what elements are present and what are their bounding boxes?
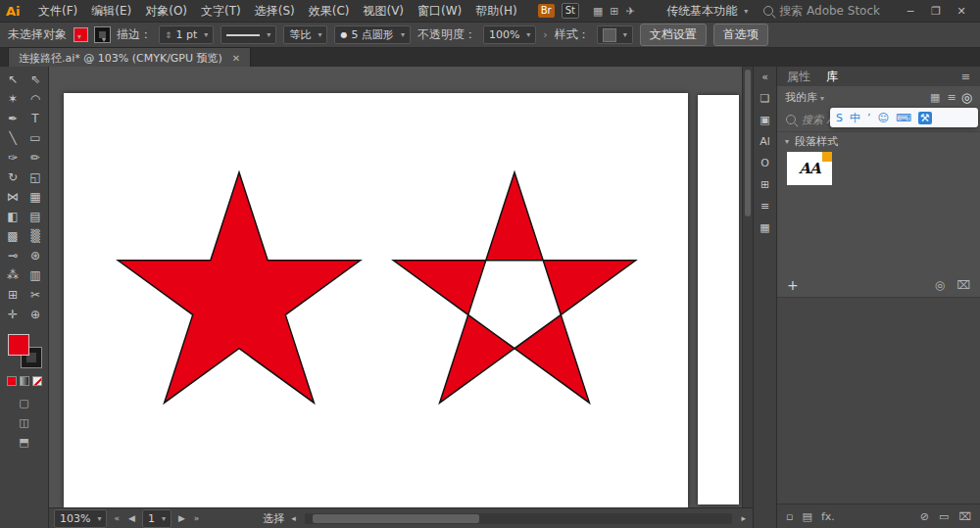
tool-rotate[interactable]: ↻ [2, 168, 24, 187]
tab-properties[interactable]: 属性 [787, 69, 810, 85]
delete-item-icon[interactable]: ⌧ [956, 278, 970, 292]
tool-slice[interactable]: ✂ [24, 285, 47, 305]
artboards-panel-icon[interactable]: ▣ [760, 115, 769, 125]
ime-punctuation-icon[interactable]: ’ [867, 112, 871, 124]
menu-file[interactable]: 文件(F) [31, 3, 84, 20]
workspace-switcher[interactable]: 传统基本功能 [666, 3, 748, 20]
sync-status-icon[interactable]: ◎ [935, 278, 945, 292]
ime-mode-icon[interactable]: 中 [850, 111, 860, 125]
menu-select[interactable]: 选择(S) [248, 3, 302, 20]
fx-icon[interactable]: fx. [821, 510, 835, 523]
ime-keyboard-icon[interactable]: ⌨ [896, 112, 911, 124]
color-button[interactable] [7, 376, 17, 386]
tool-width[interactable]: ⋈ [2, 187, 24, 207]
tool-scale[interactable]: ◱ [24, 168, 47, 187]
panel-menu-icon[interactable]: ≡ [961, 71, 970, 83]
share-icon[interactable]: ✈ [626, 5, 635, 18]
last-artboard-button[interactable]: » [192, 513, 202, 523]
tool-lasso[interactable]: ◠ [24, 89, 47, 109]
menu-edit[interactable]: 编辑(E) [84, 3, 138, 20]
paragraph-style-thumbnail[interactable]: AA [787, 152, 832, 185]
open-star-shape[interactable] [393, 172, 635, 403]
tab-close-icon[interactable]: ✕ [232, 53, 240, 64]
transform-panel-icon[interactable]: ⊞ [760, 179, 769, 190]
variable-width-profile-select[interactable] [220, 25, 276, 44]
new-item-icon[interactable]: ▭ [939, 510, 949, 523]
preferences-button[interactable]: 首选项 [713, 24, 768, 46]
chevron-right-icon[interactable]: › [543, 28, 547, 41]
paragraph-styles-section[interactable]: ▾ 段落样式 [777, 132, 980, 150]
no-style-icon[interactable]: ⊘ [920, 510, 929, 523]
add-element-button[interactable]: + [787, 277, 799, 293]
tool-free-transform[interactable]: ▦ [24, 187, 47, 207]
stroke-color-swatch[interactable] [95, 27, 110, 42]
canvas[interactable] [49, 67, 753, 507]
tool-eyedropper[interactable]: ⊸ [2, 246, 24, 265]
export-panel-icon[interactable]: ❏ [760, 93, 770, 104]
tool-gradient[interactable]: ▒ [24, 226, 47, 246]
tool-perspective-grid[interactable]: ▤ [24, 207, 47, 226]
artboard-2-partial[interactable] [698, 95, 739, 504]
next-artboard-button[interactable]: ▶ [176, 513, 187, 523]
tool-pen[interactable]: ✒ [2, 109, 24, 128]
ime-emoji-icon[interactable]: ☺ [877, 112, 888, 124]
screen-mode-icon[interactable]: ⬒ [19, 436, 28, 449]
ime-toolbox-icon[interactable]: ⚒ [918, 112, 932, 124]
arrange-documents-icon[interactable]: ▦ [593, 5, 603, 18]
tool-paintbrush[interactable]: ✑ [2, 148, 24, 168]
tool-type[interactable]: T [24, 109, 47, 128]
menu-effect[interactable]: 效果(C) [302, 3, 357, 20]
symbols-icon[interactable]: ▫ [786, 510, 793, 523]
opacity-field[interactable]: 100% [483, 25, 536, 44]
tool-artboard[interactable]: ⊞ [2, 285, 24, 305]
width-profile-select[interactable]: 等比 [283, 25, 327, 44]
tool-symbol-sprayer[interactable]: ⁂ [2, 265, 24, 285]
layers-panel-icon[interactable]: ≡ [760, 201, 769, 212]
tool-magic-wand[interactable]: ✶ [2, 89, 24, 109]
draw-normal-icon[interactable]: ▢ [19, 397, 28, 409]
previous-artboard-button[interactable]: ◀ [126, 513, 137, 523]
tool-shape-builder[interactable]: ◧ [2, 207, 24, 226]
collapse-panels-icon[interactable]: « [761, 72, 768, 82]
list-view-icon[interactable]: ≡ [947, 91, 956, 104]
bridge-icon[interactable]: Br [538, 4, 555, 18]
tool-line-segment[interactable]: ╲ [2, 128, 24, 148]
tool-selection[interactable]: ↖ [2, 70, 24, 89]
horizontal-scrollbar-thumb[interactable] [313, 514, 479, 523]
fill-proxy-swatch[interactable] [8, 334, 29, 356]
tool-blend[interactable]: ⊛ [24, 246, 47, 265]
document-layout-icon[interactable]: ⊞ [610, 5, 618, 18]
tool-rectangle[interactable]: ▭ [24, 128, 47, 148]
artboard-1[interactable] [64, 93, 688, 507]
graphic-style-select[interactable] [597, 25, 633, 44]
tool-direct-selection[interactable]: ⇖ [24, 70, 47, 89]
brush-definition-select[interactable]: ● 5 点圆形 [334, 25, 411, 44]
tool-zoom[interactable]: ⊕ [24, 305, 47, 324]
menu-view[interactable]: 视图(V) [356, 3, 411, 20]
stock-panel-icon[interactable]: O [760, 158, 769, 168]
trash-icon[interactable]: ⌧ [958, 510, 971, 523]
ai-panel-icon[interactable]: Al [760, 136, 770, 147]
stroke-weight-field[interactable]: ⇕ 1 pt [159, 25, 214, 44]
scroll-right-icon[interactable]: ▸ [739, 513, 748, 523]
tool-column-graph[interactable]: ▥ [24, 265, 47, 285]
library-search-field[interactable]: 搜索 Ado S中’☺⌨⚒ [777, 108, 980, 132]
section-collapse-icon[interactable]: ▾ [785, 137, 789, 146]
stock-search-field[interactable]: 搜索 Adobe Stock [763, 3, 880, 20]
menu-window[interactable]: 窗口(W) [411, 3, 468, 20]
document-setup-button[interactable]: 文档设置 [640, 24, 707, 46]
horizontal-scrollbar[interactable] [305, 513, 733, 524]
menu-type[interactable]: 文字(T) [194, 3, 248, 20]
illustrator-logo-icon[interactable]: Ai [6, 4, 31, 19]
tool-pencil[interactable]: ✏ [24, 148, 47, 168]
fill-color-swatch[interactable] [74, 27, 88, 42]
grid-view-icon[interactable]: ▦ [930, 91, 940, 104]
solid-star-shape[interactable] [118, 172, 360, 403]
first-artboard-button[interactable]: « [112, 513, 122, 523]
menu-object[interactable]: 对象(O) [138, 3, 194, 20]
tool-mesh[interactable]: ▩ [2, 226, 24, 246]
stock-icon[interactable]: St [562, 3, 579, 19]
minimize-button[interactable]: ─ [898, 5, 923, 18]
fill-stroke-widget[interactable] [8, 334, 41, 367]
restore-button[interactable]: ❐ [923, 5, 949, 18]
